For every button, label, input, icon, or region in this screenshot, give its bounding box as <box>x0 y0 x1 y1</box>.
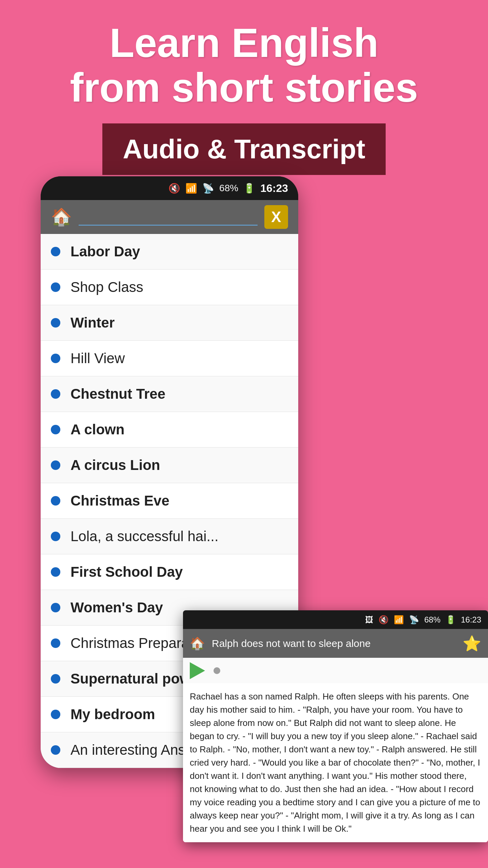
story-title: Lola, a successful hai... <box>70 528 219 545</box>
progress-indicator <box>214 667 220 674</box>
mute-icon: 🔇 <box>168 183 180 194</box>
bullet-dot <box>51 745 60 755</box>
bullet-dot <box>51 425 60 434</box>
list-item[interactable]: Winter <box>41 305 298 341</box>
app-toolbar: 🏠 X <box>41 200 298 234</box>
story-title: Hill View <box>70 350 125 367</box>
list-item[interactable]: Hill View <box>41 341 298 376</box>
mini-wifi-icon: 📶 <box>394 615 404 625</box>
mini-story-title: Ralph does not want to sleep alone <box>212 638 456 649</box>
status-bar: 🔇 📶 📡 68% 🔋 16:23 <box>41 176 298 200</box>
story-title: Labor Day <box>70 243 140 260</box>
bullet-dot <box>51 638 60 648</box>
story-title: Winter <box>70 315 115 331</box>
mini-toolbar: 🏠 Ralph does not want to sleep alone ⭐ <box>183 629 488 658</box>
bullet-dot <box>51 532 60 541</box>
bullet-dot <box>51 389 60 399</box>
story-title: Christmas Eve <box>70 493 169 509</box>
bullet-dot <box>51 318 60 328</box>
list-item[interactable]: A clown <box>41 412 298 448</box>
mini-screenshot-icon: 🖼 <box>365 615 373 625</box>
battery-icon: 🔋 <box>243 183 255 194</box>
bullet-dot <box>51 282 60 292</box>
bullet-dot <box>51 354 60 363</box>
bullet-dot <box>51 603 60 612</box>
bullet-dot <box>51 674 60 684</box>
subtitle-banner: Audio & Transcript <box>102 123 386 175</box>
main-title: Learn Englishfrom short stories <box>27 20 461 110</box>
list-item[interactable]: Chestnut Tree <box>41 376 298 412</box>
battery-text: 68% <box>219 183 238 194</box>
bullet-dot <box>51 247 60 256</box>
close-button[interactable]: X <box>264 205 288 229</box>
signal-icon: 📡 <box>202 183 214 194</box>
status-time: 16:23 <box>260 182 288 195</box>
list-item[interactable]: Shop Class <box>41 270 298 305</box>
close-icon: X <box>271 209 281 225</box>
list-item[interactable]: Christmas Eve <box>41 483 298 519</box>
mini-mute-icon: 🔇 <box>379 615 389 625</box>
play-icon <box>190 662 205 679</box>
bullet-dot <box>51 710 60 719</box>
list-item[interactable]: First School Day <box>41 554 298 590</box>
story-title: Women's Day <box>70 599 163 616</box>
list-item[interactable]: A circus Lion <box>41 448 298 483</box>
header-area: Learn Englishfrom short stories Audio & … <box>0 0 488 189</box>
story-title: A clown <box>70 421 124 438</box>
mini-signal-icon: 📡 <box>409 615 419 625</box>
story-title: First School Day <box>70 564 183 580</box>
home-icon[interactable]: 🏠 <box>51 207 72 227</box>
status-icons: 🔇 📶 📡 68% 🔋 16:23 <box>168 182 288 195</box>
subtitle-text: Audio & Transcript <box>123 134 365 164</box>
bullet-dot <box>51 496 60 506</box>
favorite-star-icon[interactable]: ⭐ <box>463 635 481 652</box>
mini-time: 16:23 <box>461 615 481 625</box>
story-title: My bedroom <box>70 706 155 723</box>
wifi-icon: 📶 <box>185 183 197 194</box>
mini-controls <box>183 658 488 683</box>
mini-battery-icon: 🔋 <box>446 615 456 625</box>
list-item[interactable]: Lola, a successful hai... <box>41 519 298 554</box>
bullet-dot <box>51 567 60 577</box>
story-title: A circus Lion <box>70 457 160 473</box>
mini-player: 🖼 🔇 📶 📡 68% 🔋 16:23 🏠 Ralph does not wan… <box>183 610 488 842</box>
bullet-dot <box>51 460 60 470</box>
story-title: Shop Class <box>70 279 143 295</box>
play-button[interactable] <box>190 662 207 679</box>
list-item[interactable]: Labor Day <box>41 234 298 270</box>
mini-home-icon[interactable]: 🏠 <box>190 636 205 651</box>
mini-battery-text: 68% <box>424 615 441 625</box>
search-bar[interactable] <box>79 209 258 225</box>
story-title: Chestnut Tree <box>70 386 165 402</box>
mini-status-bar: 🖼 🔇 📶 📡 68% 🔋 16:23 <box>183 610 488 629</box>
story-text-content: Rachael has a son named Ralph. He often … <box>183 683 488 842</box>
